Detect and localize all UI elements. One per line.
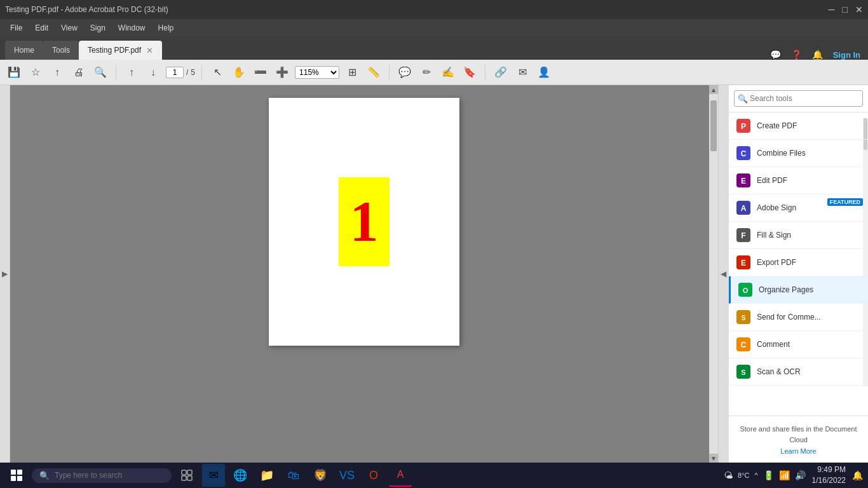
taskbar-store[interactable]: 🛍 [282,464,305,487]
tab-tools-label: Tools [52,46,70,55]
tab-close-button[interactable]: ✕ [146,46,153,55]
notification-center-icon[interactable]: 🔔 [852,470,863,480]
scroll-track[interactable] [709,94,718,454]
menu-window[interactable]: Window [113,22,151,34]
tool-combine-files[interactable]: C Combine Files [729,140,868,167]
taskbar-vscode[interactable]: VS [336,464,358,487]
comment-button[interactable]: 💬 [396,64,414,81]
draw-button[interactable]: ✍ [439,64,457,81]
taskbar-edge[interactable]: 🌐 [229,464,252,487]
comment-label: Comment [757,340,860,349]
view-mode-button[interactable]: ⊞ [343,64,361,81]
next-page-button[interactable]: ↓ [144,64,162,81]
notification-icon[interactable]: 🔔 [812,50,823,60]
zoom-in-button[interactable]: ➕ [273,64,291,81]
zoom-select[interactable]: 115% 100% 75% 150% [295,66,339,79]
taskbar-clock[interactable]: 9:49 PM 1/16/2022 [812,464,846,486]
taskbar-mail[interactable]: ✉ [202,464,225,487]
link-button[interactable]: 🔗 [492,64,510,81]
highlight-button[interactable]: ✏ [417,64,435,81]
tool-fill-sign[interactable]: F Fill & Sign [729,222,868,249]
organize-pages-icon: O [738,283,752,297]
tab-tools[interactable]: Tools [43,41,79,60]
taskbar-files[interactable]: 📁 [255,464,278,487]
share-button[interactable]: ↑ [48,64,66,81]
svg-text:E: E [741,259,746,268]
fill-sign-icon: F [736,228,750,242]
menu-help[interactable]: Help [153,22,179,34]
toolbar-separator-1 [116,65,116,80]
tool-send-for-comment[interactable]: S Send for Comme... [729,304,868,331]
menu-view[interactable]: View [56,22,83,34]
start-button[interactable] [5,464,28,487]
tab-doc-label: Testing PDF.pdf [88,46,141,55]
taskbar-brave[interactable]: 🦁 [309,464,332,487]
volume-icon: 🔊 [795,470,806,480]
save-button[interactable]: 💾 [5,64,23,81]
email-button[interactable]: ✉ [513,64,531,81]
select-tool-button[interactable]: ↖ [208,64,226,81]
search-tools-input[interactable] [734,90,863,107]
taskbar-taskview[interactable] [175,464,198,487]
page-number-input[interactable] [166,67,184,78]
time-display: 9:49 PM [812,464,846,475]
taskbar-office[interactable]: O [362,464,385,487]
find-button[interactable]: 🔍 [92,64,109,81]
svg-text:E: E [741,177,746,186]
tool-scan-ocr[interactable]: S Scan & OCR [729,358,868,386]
export-pdf-label: Export PDF [757,258,860,267]
fill-sign-label: Fill & Sign [757,231,860,240]
taskbar-acrobat[interactable]: A [389,464,412,487]
app-title: Testing PDF.pdf - Adobe Acrobat Pro DC (… [5,5,168,14]
tool-create-pdf[interactable]: P Create PDF [729,112,868,140]
scroll-up-button[interactable]: ▲ [709,85,718,94]
toolbar-separator-4 [485,65,485,80]
toolbar: 💾 ☆ ↑ 🖨 🔍 ↑ ↓ / 5 ↖ ✋ ➖ ➕ 115% 100% 75% … [0,60,868,85]
tool-export-pdf[interactable]: E Export PDF [729,249,868,276]
tray-expand-icon[interactable]: ^ [754,471,757,479]
maximize-button[interactable]: □ [843,4,848,15]
scroll-thumb[interactable] [710,100,717,151]
left-panel-toggle[interactable]: ▶ [0,85,10,463]
toolbar-separator-3 [389,65,390,80]
menu-edit[interactable]: Edit [30,22,53,34]
taskbar-search[interactable]: 🔍 [32,468,172,483]
taskbar-search-input[interactable] [55,471,156,480]
svg-text:F: F [741,231,745,240]
svg-rect-22 [182,476,186,480]
sign-in-button[interactable]: Sign In [833,50,860,60]
svg-text:S: S [741,369,745,376]
svg-text:A: A [741,204,747,213]
hand-tool-button[interactable]: ✋ [230,64,248,81]
scroll-down-button[interactable]: ▼ [709,454,718,463]
prev-page-button[interactable]: ↑ [123,64,140,81]
user-button[interactable]: 👤 [535,64,553,81]
print-button[interactable]: 🖨 [70,64,88,81]
zoom-out-button[interactable]: ➖ [252,64,269,81]
tab-document[interactable]: Testing PDF.pdf ✕ [79,41,162,60]
close-button[interactable]: ✕ [855,4,863,15]
right-panel-toggle[interactable]: ◀ [718,85,728,463]
stamp-button[interactable]: 🔖 [461,64,478,81]
pdf-scrollbar[interactable]: ▲ ▼ [709,85,718,463]
menu-file[interactable]: File [5,22,27,34]
minimize-button[interactable]: ─ [829,4,835,15]
titlebar: Testing PDF.pdf - Adobe Acrobat Pro DC (… [0,0,868,19]
tool-organize-pages[interactable]: O Organize Pages Delete, insert, extract… [729,276,868,304]
pdf-viewer[interactable]: 1 ▲ ▼ [10,85,718,463]
create-pdf-icon: P [736,119,750,133]
learn-more-link[interactable]: Learn More [736,447,860,455]
tool-adobe-sign[interactable]: A Adobe Sign FEATURED [729,194,868,222]
tool-edit-pdf[interactable]: E Edit PDF [729,167,868,194]
ruler-button[interactable]: 📏 [365,64,383,81]
tool-comment[interactable]: C Comment [729,331,868,358]
tab-home[interactable]: Home [5,41,43,60]
date-display: 1/16/2022 [812,475,846,486]
scan-ocr-label: Scan & OCR [757,367,860,376]
right-tools-panel: 🔍 P Create PDF C Combine Files [728,85,868,463]
chat-icon[interactable]: 💬 [770,50,781,60]
bookmark-button[interactable]: ☆ [27,64,44,81]
help-icon[interactable]: ❓ [791,50,802,60]
taskbar: 🔍 ✉ 🌐 📁 🛍 🦁 VS O A 🌤 8°C ^ 🔋 📶 🔊 [0,463,868,488]
menu-sign[interactable]: Sign [85,22,111,34]
